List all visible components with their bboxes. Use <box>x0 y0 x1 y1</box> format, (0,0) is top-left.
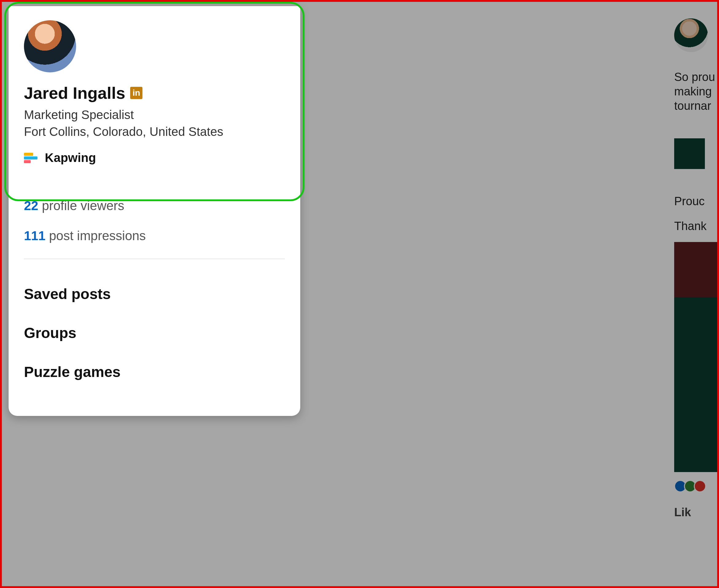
bg-line: tournar <box>674 99 719 112</box>
viewers-label: profile viewers <box>38 198 124 213</box>
profile-viewers-link[interactable]: 22 profile viewers <box>24 198 285 213</box>
kapwing-logo-icon <box>24 153 37 163</box>
menu-saved-posts[interactable]: Saved posts <box>24 274 285 314</box>
company-name: Kapwing <box>45 151 96 165</box>
bg-line: Thank <box>674 219 719 233</box>
divider <box>24 258 285 259</box>
reaction-love-icon <box>694 480 706 492</box>
popover-company[interactable]: Kapwing <box>24 151 285 165</box>
post-impressions-link[interactable]: 111 post impressions <box>24 229 285 243</box>
impressions-count: 111 <box>24 229 45 243</box>
bg-line: making <box>674 85 719 98</box>
bg-line: So prou <box>674 70 719 84</box>
menu-groups[interactable]: Groups <box>24 314 285 353</box>
popover-avatar[interactable] <box>24 20 76 72</box>
right-panel: So prou making tournar Prouc Thank Lik <box>0 0 347 586</box>
popover-location: Fort Collins, Colorado, United States <box>24 125 285 139</box>
bg-line: Prouc <box>674 195 719 208</box>
bg-like-fragment: Lik <box>674 506 719 519</box>
bg-org-logo <box>674 138 705 169</box>
impressions-label: post impressions <box>45 229 146 243</box>
profile-popover: Jared Ingalls in Marketing Specialist Fo… <box>8 6 300 416</box>
background-feed-strip: So prou making tournar Prouc Thank Lik <box>670 0 719 588</box>
bg-photo <box>674 242 717 472</box>
menu-puzzle-games[interactable]: Puzzle games <box>24 353 285 392</box>
bg-author-avatar <box>674 18 708 52</box>
popover-title: Marketing Specialist <box>24 108 285 122</box>
viewers-count: 22 <box>24 198 38 213</box>
popover-name[interactable]: Jared Ingalls <box>24 83 125 102</box>
linkedin-badge-icon: in <box>130 87 142 99</box>
